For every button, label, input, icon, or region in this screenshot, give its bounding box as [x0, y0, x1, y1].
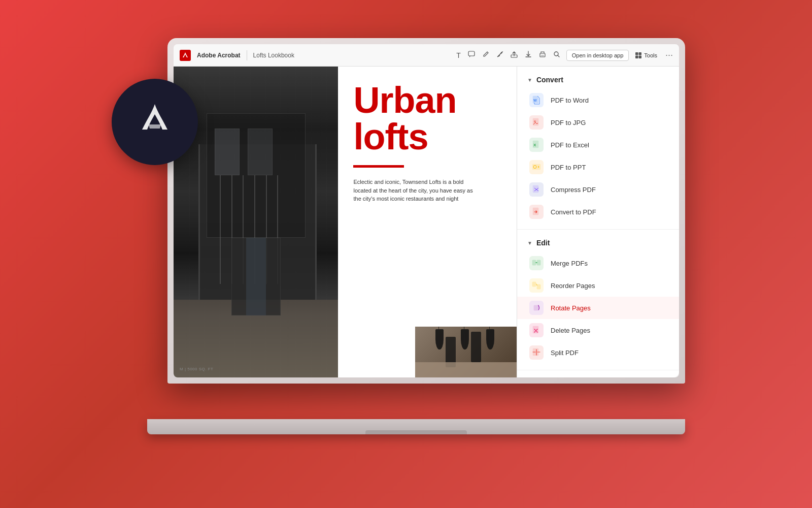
laptop-container: Adobe Acrobat Lofts Lookbook T: [127, 38, 685, 455]
pdf-building-image: M | 5000 SQ. FT: [174, 67, 338, 377]
convert-chevron-icon: ▼: [527, 77, 532, 83]
svg-rect-21: [532, 282, 536, 287]
pdf-description: Eclectic and iconic, Townsend Lofts is a…: [353, 178, 475, 203]
screen-inner: Adobe Acrobat Lofts Lookbook T: [174, 44, 679, 377]
open-desktop-btn[interactable]: Open in desktop app: [566, 50, 629, 61]
search-icon[interactable]: [553, 51, 560, 59]
rotate-pages-label: Rotate Pages: [551, 304, 591, 312]
pdf-to-word-icon: W: [529, 93, 544, 107]
pen-icon[interactable]: [496, 51, 503, 59]
pdf-kitchen-image: [415, 327, 517, 377]
convert-to-pdf-item[interactable]: Convert to PDF: [517, 201, 679, 223]
toolbar: Adobe Acrobat Lofts Lookbook T: [174, 44, 679, 67]
print-icon[interactable]: [539, 51, 546, 59]
toolbar-icons: T: [456, 51, 560, 59]
tools-panel: ▼ Convert W PDF to Word: [517, 67, 679, 377]
pdf-viewer: M | 5000 SQ. FT Urban lofts Eclectic and…: [174, 67, 517, 377]
sign-protect-section-header[interactable]: ▼ Sign & Protect: [517, 376, 679, 377]
more-icon[interactable]: ···: [665, 50, 673, 60]
svg-rect-6: [639, 52, 642, 55]
pdf-to-jpg-label: PDF to JPG: [551, 119, 586, 126]
pencil-icon[interactable]: [482, 51, 489, 59]
convert-to-pdf-icon: [529, 205, 544, 219]
adobe-logo-circle: [112, 79, 198, 165]
pdf-sqft-label: M | 5000 SQ. FT: [180, 367, 213, 371]
toolbar-doc-name: Lofts Lookbook: [253, 52, 294, 59]
pdf-right-content: Urban lofts Eclectic and iconic, Townsen…: [338, 67, 517, 377]
split-pdf-icon: [529, 345, 544, 360]
svg-rect-0: [468, 51, 475, 56]
pdf-title-line1: Urban: [353, 80, 456, 120]
svg-rect-8: [639, 55, 642, 58]
tools-btn[interactable]: Tools: [635, 52, 657, 59]
pdf-red-bar: [353, 165, 404, 168]
merge-pdfs-label: Merge PDFs: [551, 260, 588, 267]
svg-point-12: [534, 120, 536, 122]
svg-rect-19: [532, 260, 536, 265]
pdf-to-ppt-label: PDF to PPT: [551, 164, 586, 171]
toolbar-app-name: Adobe Acrobat: [197, 52, 241, 59]
svg-rect-18: [533, 208, 538, 215]
main-content: M | 5000 SQ. FT Urban lofts Eclectic and…: [174, 67, 679, 377]
edit-section-title: Edit: [536, 239, 550, 247]
pdf-to-jpg-icon: [529, 115, 544, 130]
split-pdf-item[interactable]: Split PDF: [517, 341, 679, 364]
split-pdf-label: Split PDF: [551, 349, 579, 357]
edit-section: ▼ Edit Merge PDFs: [517, 230, 679, 370]
svg-text:X: X: [533, 143, 536, 147]
pdf-title: Urban lofts: [353, 82, 506, 155]
svg-rect-3: [541, 55, 544, 56]
pdf-page: M | 5000 SQ. FT Urban lofts Eclectic and…: [174, 67, 517, 377]
reorder-pages-item[interactable]: Reorder Pages: [517, 274, 679, 297]
share-icon[interactable]: [511, 51, 518, 59]
pdf-to-excel-icon: X: [529, 138, 544, 152]
pdf-to-ppt-item[interactable]: PDF to PPT: [517, 156, 679, 178]
merge-pdfs-icon: [529, 256, 544, 270]
compress-pdf-item[interactable]: Compress PDF: [517, 178, 679, 201]
building-photo: [174, 67, 338, 377]
delete-pages-item[interactable]: Delete Pages: [517, 319, 679, 341]
svg-rect-20: [537, 260, 540, 265]
compress-pdf-label: Compress PDF: [551, 186, 596, 194]
download-icon[interactable]: [525, 51, 532, 59]
svg-rect-22: [537, 284, 540, 289]
edit-section-header[interactable]: ▼ Edit: [517, 236, 679, 252]
pdf-to-word-label: PDF to Word: [551, 97, 589, 104]
edit-chevron-icon: ▼: [527, 240, 532, 246]
convert-section: ▼ Convert W PDF to Word: [517, 67, 679, 230]
delete-pages-icon: [529, 323, 544, 337]
comment-icon[interactable]: [468, 51, 475, 59]
text-tool-icon[interactable]: T: [456, 51, 461, 59]
rotate-pages-icon: [529, 301, 544, 315]
compress-pdf-icon: [529, 182, 544, 197]
sign-protect-section: ▼ Sign & Protect Fill &: [517, 370, 679, 377]
reorder-pages-icon: [529, 278, 544, 293]
rotate-pages-item[interactable]: Rotate Pages: [517, 297, 679, 319]
pdf-to-word-item[interactable]: W PDF to Word: [517, 89, 679, 111]
laptop-base: [147, 419, 685, 434]
tools-label: Tools: [644, 52, 657, 58]
pdf-to-ppt-icon: [529, 160, 544, 174]
delete-pages-label: Delete Pages: [551, 327, 590, 334]
reorder-pages-label: Reorder Pages: [551, 282, 595, 290]
svg-rect-7: [635, 55, 638, 58]
adobe-logo-symbol: [134, 99, 175, 145]
convert-section-header[interactable]: ▼ Convert: [517, 73, 679, 89]
toolbar-acrobat-logo: [180, 50, 191, 61]
svg-text:W: W: [533, 99, 537, 102]
convert-section-title: Convert: [536, 76, 563, 84]
toolbar-divider: [247, 50, 247, 60]
laptop-screen-bezel: Adobe Acrobat Lofts Lookbook T: [167, 38, 685, 384]
pdf-to-excel-item[interactable]: X PDF to Excel: [517, 134, 679, 156]
pdf-to-jpg-item[interactable]: PDF to JPG: [517, 111, 679, 134]
pdf-title-line2: lofts: [353, 116, 428, 157]
convert-to-pdf-label: Convert to PDF: [551, 208, 596, 216]
pdf-to-excel-label: PDF to Excel: [551, 141, 589, 149]
svg-rect-5: [635, 52, 638, 55]
merge-pdfs-item[interactable]: Merge PDFs: [517, 252, 679, 274]
laptop-notch: [365, 430, 467, 434]
svg-rect-23: [534, 305, 539, 310]
